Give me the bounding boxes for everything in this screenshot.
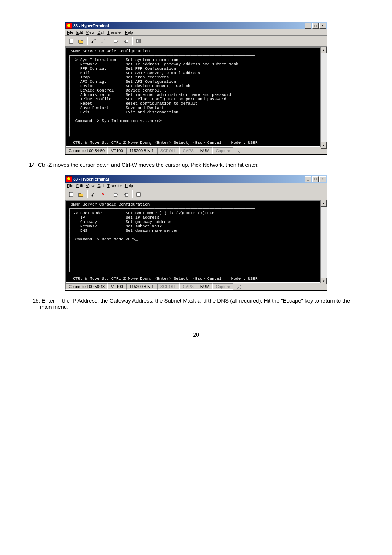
disconnect-icon[interactable]: [99, 37, 108, 45]
window-title: 33 - HyperTerminal: [73, 177, 305, 181]
status-emulation: VT100: [108, 283, 126, 290]
properties-icon[interactable]: [134, 37, 143, 45]
menu-help[interactable]: Help: [125, 183, 133, 188]
new-icon[interactable]: [67, 190, 75, 199]
close-button[interactable]: ×: [319, 176, 326, 182]
menubar: File Edit View Call Transfer Help: [65, 29, 327, 36]
properties-icon[interactable]: [134, 190, 143, 199]
svg-rect-0: [69, 39, 73, 43]
svg-rect-17: [137, 193, 140, 196]
toolbar: [65, 36, 327, 47]
terminal-output: SNMP Server Console Configuration ┌─────…: [65, 200, 320, 283]
status-baud: 115200 8-N-1: [126, 283, 157, 290]
svg-line-20: [240, 288, 241, 289]
titlebar: 33 - HyperTerminal _ □ ×: [65, 22, 327, 29]
instruction-15: 15. Enter in the IP Address, the Gateway…: [33, 297, 363, 310]
app-icon: [66, 176, 72, 182]
menu-file[interactable]: File: [67, 30, 73, 35]
svg-rect-5: [125, 40, 128, 43]
send-icon[interactable]: [112, 190, 121, 199]
menu-file[interactable]: File: [67, 183, 73, 188]
status-num: NUM: [197, 283, 213, 290]
menu-edit[interactable]: Edit: [76, 183, 83, 188]
instruction-14: 14. Ctrl-Z moves the cursor down and Ctr…: [29, 162, 363, 168]
menubar: File Edit View Call Transfer Help: [65, 183, 327, 189]
svg-point-1: [92, 42, 93, 43]
status-caps: CAPS: [180, 147, 197, 154]
status-scroll: SCROLL: [157, 147, 180, 154]
close-button[interactable]: ×: [319, 23, 326, 29]
menu-transfer[interactable]: Transfer: [107, 183, 122, 188]
status-scroll: SCROLL: [157, 283, 180, 290]
connect-icon[interactable]: [89, 37, 98, 45]
svg-rect-4: [114, 40, 117, 43]
window-title: 33 - HyperTerminal: [73, 24, 305, 28]
menu-view[interactable]: View: [86, 30, 95, 35]
minimize-button[interactable]: _: [305, 23, 311, 29]
receive-icon[interactable]: [122, 190, 130, 199]
new-icon[interactable]: [67, 37, 75, 45]
resize-grip-icon[interactable]: [233, 283, 241, 290]
svg-point-2: [102, 42, 103, 43]
disconnect-icon[interactable]: [99, 190, 108, 199]
scrollbar[interactable]: ▲ ▼: [320, 200, 327, 283]
open-icon[interactable]: [77, 190, 85, 199]
svg-rect-16: [125, 193, 128, 196]
scroll-up-icon[interactable]: ▲: [321, 200, 327, 207]
status-capture: Capture: [213, 147, 233, 154]
hyperterminal-window-1: 33 - HyperTerminal _ □ × File Edit View …: [65, 22, 327, 154]
scroll-up-icon[interactable]: ▲: [321, 47, 327, 53]
status-emulation: VT100: [108, 147, 126, 154]
toolbar: [65, 189, 327, 200]
send-icon[interactable]: [112, 37, 121, 45]
menu-call[interactable]: Call: [97, 183, 104, 188]
menu-view[interactable]: View: [86, 183, 95, 188]
statusbar: Connected 00:54:50 VT100 115200 8-N-1 SC…: [65, 147, 327, 154]
status-caps: CAPS: [180, 283, 197, 290]
resize-grip-icon[interactable]: [233, 147, 241, 154]
connect-icon[interactable]: [89, 190, 98, 199]
menu-transfer[interactable]: Transfer: [107, 30, 122, 35]
scrollbar[interactable]: ▲ ▼: [320, 47, 327, 147]
app-icon: [66, 23, 72, 29]
svg-rect-15: [114, 193, 117, 196]
minimize-button[interactable]: _: [305, 176, 311, 182]
status-num: NUM: [197, 147, 213, 154]
status-connected: Connected 00:54:50: [65, 147, 108, 154]
open-icon[interactable]: [77, 37, 85, 45]
menu-edit[interactable]: Edit: [76, 30, 83, 35]
scroll-down-icon[interactable]: ▼: [321, 278, 327, 284]
titlebar: 33 - HyperTerminal _ □ ×: [65, 175, 327, 183]
svg-rect-12: [69, 192, 73, 197]
receive-icon[interactable]: [122, 37, 130, 45]
svg-point-13: [92, 195, 93, 197]
maximize-button[interactable]: □: [312, 23, 319, 29]
status-connected: Connected 00:56:43: [65, 283, 108, 290]
hyperterminal-window-2: 33 - HyperTerminal _ □ × File Edit View …: [65, 175, 327, 290]
menu-call[interactable]: Call: [97, 30, 104, 35]
page-number: 20: [29, 332, 363, 338]
status-baud: 115200 8-N-1: [126, 147, 157, 154]
svg-line-11: [240, 153, 241, 153]
svg-rect-6: [137, 39, 140, 43]
maximize-button[interactable]: □: [312, 176, 319, 182]
terminal-output: SNMP Server Console Configuration ┌─────…: [65, 47, 320, 147]
status-capture: Capture: [213, 283, 233, 290]
scroll-down-icon[interactable]: ▼: [321, 142, 327, 149]
statusbar: Connected 00:56:43 VT100 115200 8-N-1 SC…: [65, 283, 327, 290]
menu-help[interactable]: Help: [125, 30, 133, 35]
